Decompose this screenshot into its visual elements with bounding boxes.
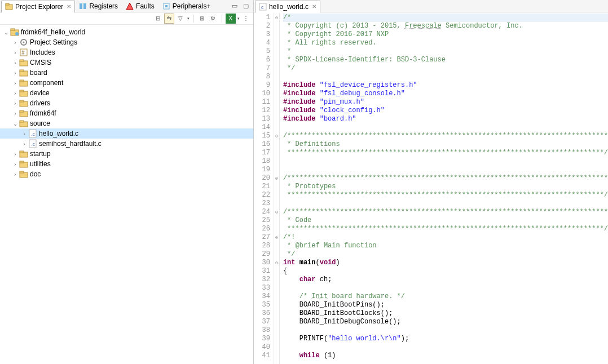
select-working-set-icon[interactable]: ⚙ bbox=[208, 14, 218, 24]
code-line[interactable]: * Prototypes bbox=[283, 183, 608, 191]
tree-item-utilities[interactable]: ›utilities bbox=[0, 159, 253, 169]
project-tree[interactable]: ⌄frdmk64f_hello_world›Project Settings›#… bbox=[0, 25, 253, 364]
tab-registers[interactable]: Registers bbox=[75, 0, 122, 12]
code-line[interactable]: #include "board.h" bbox=[283, 115, 608, 123]
code-line[interactable]: */ bbox=[283, 64, 608, 73]
expander-icon[interactable]: › bbox=[11, 60, 19, 66]
code-line[interactable]: BOARD_InitBootPins(); bbox=[283, 301, 608, 309]
tree-item-source[interactable]: ⌄source bbox=[0, 118, 253, 128]
expander-icon[interactable]: › bbox=[11, 171, 19, 177]
expander-icon[interactable]: › bbox=[11, 90, 19, 96]
fold-marker[interactable]: ⊖ bbox=[274, 132, 279, 140]
tree-item-frdmk64f-hello-world[interactable]: ⌄frdmk64f_hello_world bbox=[0, 27, 253, 37]
code-line[interactable]: * Code bbox=[283, 216, 608, 225]
tree-item-doc[interactable]: ›doc bbox=[0, 169, 253, 179]
tree-item-semihost-hardfault-c[interactable]: ›.csemihost_hardfault.c bbox=[0, 139, 253, 149]
collapse-all-icon[interactable]: ⊟ bbox=[153, 14, 163, 24]
editor-area[interactable]: 1234567891011121314151617181920212223242… bbox=[254, 12, 608, 364]
dropdown-caret-icon[interactable]: ▾ bbox=[237, 16, 240, 21]
code-line[interactable]: ****************************************… bbox=[283, 225, 608, 233]
tab-peripherals[interactable]: Peripherals+ bbox=[158, 0, 215, 12]
expander-icon[interactable]: › bbox=[11, 100, 19, 106]
fold-marker[interactable]: ⊖ bbox=[274, 259, 279, 267]
code-line[interactable]: * @brief Main function bbox=[283, 242, 608, 250]
code-line[interactable]: * SPDX-License-Identifier: BSD-3-Clause bbox=[283, 56, 608, 64]
view-menu-icon[interactable]: ⋮ bbox=[241, 14, 251, 24]
fold-marker[interactable]: ⊖ bbox=[274, 174, 279, 183]
code-line[interactable]: */ bbox=[283, 250, 608, 259]
minimize-icon[interactable]: ▭ bbox=[231, 2, 239, 10]
code-line[interactable]: * bbox=[283, 47, 608, 56]
code-line[interactable]: int main(void) bbox=[283, 259, 608, 267]
expander-icon[interactable]: › bbox=[11, 110, 19, 117]
code-line[interactable]: /* Init board hardware. */ bbox=[283, 292, 608, 301]
maximize-icon[interactable]: ▢ bbox=[242, 2, 250, 10]
fold-marker[interactable]: ⊖ bbox=[274, 208, 279, 216]
code-line[interactable]: #include "pin_mux.h" bbox=[283, 98, 608, 106]
code-line[interactable] bbox=[283, 73, 608, 81]
code-line[interactable] bbox=[283, 166, 608, 174]
code-line[interactable]: #include "fsl_device_registers.h" bbox=[283, 81, 608, 90]
code-line[interactable]: ****************************************… bbox=[283, 191, 608, 199]
code-line[interactable]: /***************************************… bbox=[283, 132, 608, 140]
expander-icon[interactable]: › bbox=[11, 80, 19, 86]
expander-icon[interactable]: › bbox=[11, 70, 19, 76]
dropdown-caret-icon[interactable]: ▾ bbox=[187, 16, 190, 21]
code-line[interactable]: while (1) bbox=[283, 352, 608, 360]
code-line[interactable] bbox=[283, 284, 608, 292]
tab-project-explorer[interactable]: Project Explorer✕ bbox=[1, 1, 75, 13]
code-line[interactable] bbox=[283, 123, 608, 132]
tree-item-frdmk64f[interactable]: ›frdmk64f bbox=[0, 108, 253, 118]
code-line[interactable]: BOARD_InitDebugConsole(); bbox=[283, 318, 608, 326]
expander-icon[interactable]: › bbox=[20, 131, 28, 137]
tree-item-component[interactable]: ›component bbox=[0, 78, 253, 88]
code-line[interactable] bbox=[283, 326, 608, 335]
code-line[interactable]: PRINTF("hello world.\r\n"); bbox=[283, 335, 608, 343]
excel-icon[interactable]: X bbox=[226, 14, 236, 24]
link-with-editor-icon[interactable]: ⇆ bbox=[164, 14, 174, 24]
code-line[interactable]: /***************************************… bbox=[283, 208, 608, 216]
code-line[interactable]: /* bbox=[283, 14, 608, 22]
tab-faults[interactable]: Faults bbox=[122, 0, 158, 12]
expander-icon[interactable]: › bbox=[11, 39, 19, 46]
code-line[interactable] bbox=[283, 199, 608, 208]
tree-item-cmsis[interactable]: ›CMSIS bbox=[0, 57, 253, 68]
expander-icon[interactable]: › bbox=[11, 151, 19, 157]
close-icon[interactable]: ✕ bbox=[67, 3, 71, 10]
expander-icon[interactable]: › bbox=[11, 161, 19, 167]
code-line[interactable]: #include "fsl_debug_console.h" bbox=[283, 90, 608, 98]
tree-item-includes[interactable]: ›#Includes bbox=[0, 47, 253, 57]
tree-item-startup[interactable]: ›startup bbox=[0, 149, 253, 159]
filter-icon[interactable]: ▽ bbox=[175, 14, 186, 24]
expander-icon[interactable]: ⌄ bbox=[2, 29, 10, 35]
expander-icon[interactable]: ⌄ bbox=[11, 121, 19, 127]
close-icon[interactable]: ✕ bbox=[312, 3, 316, 10]
fold-marker bbox=[274, 39, 279, 47]
code-line[interactable]: { bbox=[283, 267, 608, 276]
tree-item-device[interactable]: ›device bbox=[0, 88, 253, 98]
tree-item-project-settings[interactable]: ›Project Settings bbox=[0, 37, 253, 47]
expander-icon[interactable]: › bbox=[11, 50, 19, 56]
expander-icon[interactable]: › bbox=[20, 141, 28, 147]
code-line[interactable]: * Definitions bbox=[283, 140, 608, 149]
code-line[interactable]: /***************************************… bbox=[283, 174, 608, 183]
code-line[interactable]: char ch; bbox=[283, 276, 608, 284]
editor-tab-hello-world[interactable]: c hello_world.c ✕ bbox=[255, 1, 320, 13]
focus-icon[interactable]: ⊞ bbox=[197, 14, 207, 24]
code-line[interactable]: #include "clock_config.h" bbox=[283, 106, 608, 115]
code-area[interactable]: /* * Copyright (c) 2013 - 2015, Freescal… bbox=[280, 12, 608, 364]
fold-gutter[interactable]: ⊖⊖⊖⊖⊖⊖ bbox=[274, 12, 280, 364]
code-line[interactable]: * Copyright 2016-2017 NXP bbox=[283, 30, 608, 39]
tree-item-board[interactable]: ›board bbox=[0, 68, 253, 78]
code-line[interactable] bbox=[283, 343, 608, 352]
code-line[interactable]: * Copyright (c) 2013 - 2015, Freescale S… bbox=[283, 22, 608, 30]
code-line[interactable]: ****************************************… bbox=[283, 149, 608, 157]
fold-marker[interactable]: ⊖ bbox=[274, 233, 279, 242]
fold-marker[interactable]: ⊖ bbox=[274, 14, 279, 22]
code-line[interactable]: BOARD_InitBootClocks(); bbox=[283, 309, 608, 318]
code-line[interactable] bbox=[283, 157, 608, 166]
code-line[interactable]: /*! bbox=[283, 233, 608, 242]
code-line[interactable]: * All rights reserved. bbox=[283, 39, 608, 47]
tree-item-hello-world-c[interactable]: ›.chello_world.c bbox=[0, 128, 253, 139]
tree-item-drivers[interactable]: ›drivers bbox=[0, 98, 253, 108]
